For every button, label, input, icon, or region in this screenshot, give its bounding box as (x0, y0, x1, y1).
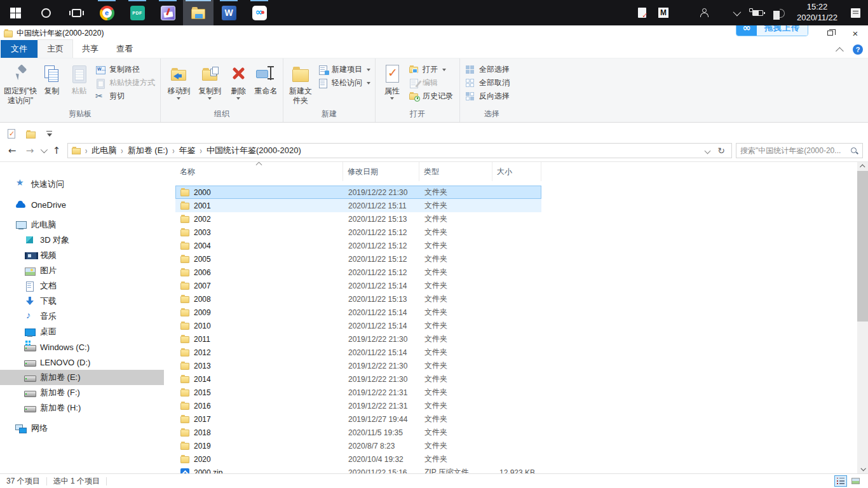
pin-to-quick-access-button[interactable]: 固定到"快速访问" (3, 62, 38, 105)
up-button[interactable]: ↑ (50, 145, 64, 156)
sidebar-item-网络[interactable]: 网络 (0, 421, 164, 436)
sidebar-item-Windows-(C:)[interactable]: Windows (C:) (0, 339, 164, 355)
scrollbar-thumb[interactable] (857, 171, 868, 322)
hidden-icons-chevron[interactable] (729, 0, 742, 25)
notification-center-icon[interactable] (849, 0, 862, 25)
thumbnails-view-button[interactable] (849, 475, 862, 487)
rename-button[interactable]: 重命名 (252, 62, 280, 96)
window-restore-button[interactable] (817, 25, 843, 41)
move-to-button[interactable]: 移动到 (163, 62, 194, 100)
file-row-2009[interactable]: 20092020/11/22 15:14文件夹 (175, 306, 541, 319)
forward-button[interactable]: → (23, 145, 37, 156)
select-all-button[interactable]: 全部选择 (463, 63, 512, 76)
file-row-2000.zip[interactable]: 2000.zip2020/11/22 15:16ZIP 压缩文件12,923 K… (175, 466, 541, 473)
column-header-类型[interactable]: 类型 (419, 162, 492, 181)
start-button[interactable] (0, 0, 31, 25)
taskbar-browser-button[interactable] (92, 0, 122, 25)
open-button[interactable]: 打开 (406, 63, 456, 76)
paste-shortcut-button[interactable]: 粘贴快捷方式 (93, 76, 158, 90)
sidebar-item-3D-对象[interactable]: 3D 对象 (0, 233, 164, 248)
taskbar-word-button[interactable]: W (214, 0, 244, 25)
paste-button[interactable]: 粘贴 (65, 62, 93, 96)
file-row-2000[interactable]: 20002019/12/22 21:30文件夹 (175, 186, 541, 199)
help-icon[interactable]: ? (853, 44, 863, 55)
sidebar-item-OneDrive[interactable]: OneDrive (0, 197, 164, 212)
breadcrumb-segment[interactable]: 年鉴 (175, 144, 200, 158)
file-row-2020[interactable]: 20202020/10/4 19:32文件夹 (175, 452, 541, 466)
search-input[interactable]: 搜索"中国统计年鉴(2000-20... (736, 143, 863, 158)
file-row-2007[interactable]: 20072020/11/22 15:14文件夹 (175, 279, 541, 292)
back-button[interactable]: ← (5, 145, 19, 156)
column-header-大小[interactable]: 大小 (492, 162, 541, 181)
file-row-2003[interactable]: 20032020/11/22 15:12文件夹 (175, 226, 541, 239)
people-icon[interactable] (698, 0, 710, 25)
delete-button[interactable]: 删除 (226, 62, 252, 100)
tab-file[interactable]: 文件 (1, 40, 37, 58)
task-view-button[interactable] (61, 0, 92, 25)
sidebar-item-下载[interactable]: 下载 (0, 294, 164, 309)
edit-button[interactable]: 编辑 (406, 76, 456, 90)
history-button[interactable]: 历史记录 (406, 90, 456, 103)
sidebar-item-新加卷-(F:)[interactable]: 新加卷 (F:) (0, 385, 164, 400)
file-row-2010[interactable]: 20102020/11/22 15:14文件夹 (175, 319, 541, 332)
file-row-2019[interactable]: 20192020/8/7 8:23文件夹 (175, 439, 541, 452)
file-row-2005[interactable]: 20052020/11/22 15:12文件夹 (175, 252, 541, 266)
address-dropdown-chevron[interactable] (705, 147, 711, 154)
tab-查看[interactable]: 查看 (107, 40, 142, 58)
sidebar-item-图片[interactable]: 图片 (0, 263, 164, 278)
sidebar-item-新加卷-(H:)[interactable]: 新加卷 (H:) (0, 400, 164, 416)
sidebar-item-桌面[interactable]: 桌面 (0, 324, 164, 339)
sidebar-item-快速访问[interactable]: 快速访问 (0, 177, 164, 192)
new-folder-button[interactable]: 新建文件夹 (286, 62, 315, 105)
sidebar-item-音乐[interactable]: 音乐 (0, 309, 164, 324)
recent-locations-chevron[interactable] (41, 146, 48, 153)
battery-icon[interactable] (751, 0, 764, 25)
invert-selection-button[interactable]: 反向选择 (463, 90, 512, 103)
select-none-button[interactable]: 全部取消 (463, 76, 512, 90)
details-view-button[interactable] (834, 475, 847, 487)
qat-properties-button[interactable] (5, 128, 18, 140)
vertical-scrollbar[interactable] (857, 162, 868, 473)
tab-主页[interactable]: 主页 (37, 39, 73, 58)
tray-journal-icon[interactable] (635, 0, 648, 25)
copy-to-button[interactable]: 复制到 (194, 62, 226, 100)
file-row-2001[interactable]: 20012020/11/22 15:11文件夹 (175, 199, 541, 212)
copy-path-button[interactable]: 复制路径 (93, 63, 158, 76)
taskbar-pdf-button[interactable]: PDF (122, 0, 153, 25)
easy-access-button[interactable]: 轻松访问 (315, 76, 373, 90)
file-row-2006[interactable]: 20062020/11/22 15:12文件夹 (175, 266, 541, 279)
search-button[interactable] (31, 0, 61, 25)
file-row-2011[interactable]: 20112019/12/22 21:30文件夹 (175, 332, 541, 346)
file-row-2012[interactable]: 20122020/11/22 15:14文件夹 (175, 346, 541, 359)
cut-button[interactable]: 剪切 (93, 90, 158, 103)
sidebar-item-文档[interactable]: 文档 (0, 278, 164, 294)
file-row-2013[interactable]: 20132019/12/22 21:30文件夹 (175, 359, 541, 372)
breadcrumb-segment[interactable]: 此电脑 (88, 144, 120, 158)
refresh-button[interactable]: ↻ (715, 146, 728, 156)
copy-button[interactable]: 复制 (38, 62, 65, 96)
collapse-ribbon-icon[interactable] (836, 47, 844, 55)
file-row-2015[interactable]: 20152019/12/22 21:31文件夹 (175, 386, 541, 399)
file-row-2014[interactable]: 20142019/12/22 21:30文件夹 (175, 372, 541, 386)
sidebar-item-视频[interactable]: 视频 (0, 248, 164, 263)
scroll-down-button[interactable] (857, 464, 868, 473)
file-row-2016[interactable]: 20162019/12/22 21:31文件夹 (175, 399, 541, 412)
file-row-2018[interactable]: 20182020/11/5 19:35文件夹 (175, 426, 541, 439)
volume-icon[interactable] (773, 0, 785, 25)
breadcrumb-segment[interactable]: 中国统计年鉴(2000-2020) (203, 144, 305, 158)
tray-m-app-icon[interactable] (657, 0, 670, 25)
clock[interactable]: 15:22 2020/11/22 (794, 2, 840, 24)
sidebar-item-此电脑[interactable]: 此电脑 (0, 217, 164, 233)
column-header-名称[interactable]: 名称 (175, 162, 343, 181)
breadcrumb-segment[interactable]: 新加卷 (E:) (124, 144, 172, 158)
file-row-2017[interactable]: 20172019/12/27 19:44文件夹 (175, 412, 541, 426)
sidebar-item-新加卷-(E:)[interactable]: 新加卷 (E:) (0, 370, 164, 385)
properties-button[interactable]: 属性 (378, 62, 406, 100)
address-bar[interactable]: ›此电脑›新加卷 (E:)›年鉴›中国统计年鉴(2000-2020) ↻ (67, 143, 732, 158)
qat-customize-button[interactable] (43, 128, 56, 140)
new-item-button[interactable]: 新建项目 (315, 63, 373, 76)
file-row-2004[interactable]: 20042020/11/22 15:12文件夹 (175, 239, 541, 252)
scroll-up-button[interactable] (857, 162, 868, 171)
window-close-button[interactable]: × (843, 25, 868, 41)
taskbar-netdisk-button[interactable]: ∞ (244, 0, 275, 25)
